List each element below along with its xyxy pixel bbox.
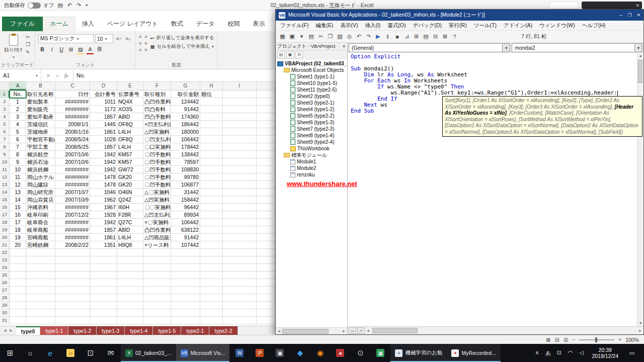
taskbar-mail-icon[interactable]: ✉ bbox=[101, 344, 121, 362]
cut-icon[interactable]: ✂ bbox=[26, 34, 30, 40]
toolbar-design-mode-icon[interactable]: ⊿ bbox=[402, 32, 412, 41]
cell-E24[interactable] bbox=[117, 264, 143, 272]
vba-restore-icon[interactable]: ❐ bbox=[627, 13, 631, 18]
row-header-29[interactable]: 29 bbox=[0, 302, 10, 309]
enter-icon[interactable]: ✓ bbox=[55, 73, 59, 78]
cell-C4[interactable]: ######## bbox=[55, 113, 90, 121]
cell-E22[interactable] bbox=[117, 249, 143, 256]
cell-J1[interactable] bbox=[257, 90, 275, 98]
cell-H5[interactable] bbox=[200, 121, 223, 128]
taskbar-vba-button[interactable]: VBMicrosoft Vis... bbox=[176, 344, 230, 362]
cell-D26[interactable] bbox=[90, 279, 117, 287]
tray-display-icon[interactable]: ⊡ bbox=[553, 349, 565, 357]
view-code-icon[interactable]: ▤ bbox=[277, 51, 285, 58]
cell-D19[interactable]: 1857 bbox=[90, 226, 117, 234]
cell-H24[interactable] bbox=[200, 264, 223, 272]
cell-F7[interactable]: 〇凹支払利息 bbox=[143, 136, 171, 143]
vba-menu-9[interactable]: ウィンドウ(W) bbox=[536, 22, 579, 29]
cell-B18[interactable]: 岐阜商会 bbox=[26, 219, 55, 226]
cell-A9[interactable]: 8 bbox=[10, 151, 26, 158]
project-panel-close-icon[interactable]: ✕ bbox=[342, 44, 346, 49]
cell-H13[interactable] bbox=[200, 181, 223, 189]
recorder-close-icon[interactable]: ✕ bbox=[635, 3, 639, 8]
cell-E15[interactable]: Q24Z bbox=[117, 196, 143, 204]
ribbon-tab-6[interactable]: 校閲 bbox=[221, 17, 247, 31]
vba-menu-4[interactable]: 書式(O) bbox=[384, 22, 409, 29]
code-hscroll-thumb[interactable] bbox=[372, 328, 418, 333]
row-header-28[interactable]: 28 bbox=[0, 294, 10, 302]
cell-A24[interactable] bbox=[10, 264, 26, 272]
cell-F26[interactable] bbox=[143, 279, 171, 287]
cell-E3[interactable]: XO3S bbox=[117, 106, 143, 113]
cell-A27[interactable] bbox=[10, 287, 26, 294]
cell-E21[interactable]: H9Q8 bbox=[117, 241, 143, 249]
cell-G14[interactable]: 31442 bbox=[171, 189, 200, 196]
cell-B31[interactable] bbox=[26, 317, 55, 324]
align-center-icon[interactable]: ≡ bbox=[144, 41, 147, 46]
cell-I30[interactable] bbox=[223, 309, 257, 317]
cell-J2[interactable] bbox=[257, 98, 275, 106]
cell-I11[interactable] bbox=[223, 166, 257, 173]
cell-I7[interactable] bbox=[223, 136, 257, 143]
cell-C9[interactable]: 2007/10/6 bbox=[55, 151, 90, 158]
cell-J26[interactable] bbox=[257, 279, 275, 287]
sheet-tab-type1-4[interactable]: type1-4 bbox=[125, 326, 153, 335]
cell-F15[interactable]: △凹実施料 bbox=[143, 196, 171, 204]
page-layout-view-icon[interactable]: ▤ bbox=[555, 337, 559, 342]
cell-C27[interactable] bbox=[55, 287, 90, 294]
cell-A5[interactable]: 4 bbox=[10, 121, 26, 128]
view-object-icon[interactable]: ▣ bbox=[286, 51, 294, 58]
vba-menu-5[interactable]: デバッグ(D) bbox=[410, 22, 446, 29]
cell-E13[interactable]: GK20 bbox=[117, 181, 143, 189]
row-header-8[interactable]: 8 bbox=[0, 143, 10, 151]
cell-H31[interactable] bbox=[200, 317, 223, 324]
cell-I13[interactable] bbox=[223, 181, 257, 189]
taskbar-chrome-icon[interactable]: ⊙ bbox=[350, 344, 370, 362]
cell-G8[interactable]: 178442 bbox=[171, 143, 200, 151]
cell-A2[interactable]: 1 bbox=[10, 98, 26, 106]
cell-F8[interactable]: 〇口実施料 bbox=[143, 143, 171, 151]
row-header-31[interactable]: 31 bbox=[0, 317, 10, 324]
procedure-combo-dropdown-icon[interactable]: ▾ bbox=[634, 44, 642, 52]
toolbar-toolbox-icon[interactable]: ⊠ bbox=[440, 32, 450, 41]
cell-A14[interactable]: 13 bbox=[10, 189, 26, 196]
cell-J27[interactable] bbox=[257, 287, 275, 294]
cell-H29[interactable] bbox=[200, 302, 223, 309]
cell-D6[interactable]: 1861 bbox=[90, 128, 117, 136]
bold-button[interactable]: B bbox=[38, 45, 46, 53]
code-scroll-left-icon[interactable]: ◄ bbox=[365, 329, 371, 332]
cell-I18[interactable] bbox=[223, 219, 257, 226]
fill-color-button[interactable]: ▨ bbox=[76, 45, 85, 53]
align-top-icon[interactable]: ≡ bbox=[139, 34, 141, 40]
taskbar-firefox-icon[interactable]: ◉ bbox=[310, 344, 330, 362]
sheet-tab-type2-1[interactable]: type2-1 bbox=[181, 326, 209, 335]
row-header-5[interactable]: 5 bbox=[0, 121, 10, 128]
cell-A29[interactable] bbox=[10, 302, 26, 309]
cell-G2[interactable]: 124442 bbox=[171, 98, 200, 106]
vba-menu-7[interactable]: ツール(T) bbox=[470, 22, 500, 29]
cell-H25[interactable] bbox=[200, 272, 223, 279]
taskbar-edge-icon[interactable]: e bbox=[40, 344, 60, 362]
cell-J17[interactable] bbox=[257, 211, 275, 219]
toolbar-cut-icon[interactable]: ✂ bbox=[316, 32, 326, 41]
cell-E16[interactable]: I60H bbox=[117, 204, 143, 211]
procedure-view-icon[interactable]: ▭ bbox=[349, 327, 356, 334]
code-scroll-down-icon[interactable]: ▼ bbox=[639, 321, 641, 325]
cell-B8[interactable]: 宇部工業 bbox=[26, 143, 55, 151]
row-header-9[interactable]: 9 bbox=[0, 151, 10, 158]
code-scroll-up-icon[interactable]: ▲ bbox=[639, 54, 641, 58]
cell-E27[interactable] bbox=[117, 287, 143, 294]
cell-I28[interactable] bbox=[223, 294, 257, 302]
cell-G7[interactable]: 106442 bbox=[171, 136, 200, 143]
column-header-C[interactable]: C bbox=[55, 82, 90, 90]
vba-minimize-icon[interactable]: ─ bbox=[619, 13, 622, 18]
row-header-17[interactable]: 17 bbox=[0, 211, 10, 219]
code-vscrollbar[interactable]: ▲ ▼ bbox=[637, 53, 643, 326]
cell-C11[interactable]: ######## bbox=[55, 166, 90, 173]
cell-J9[interactable] bbox=[257, 151, 275, 158]
italic-button[interactable]: I bbox=[48, 45, 56, 53]
cell-A12[interactable]: 11 bbox=[10, 173, 26, 181]
cancel-icon[interactable]: ✕ bbox=[46, 73, 50, 78]
tree-item-9[interactable]: Sheet8 (type1-4) bbox=[276, 132, 347, 139]
decrease-font-icon[interactable]: A↓ bbox=[124, 35, 132, 43]
